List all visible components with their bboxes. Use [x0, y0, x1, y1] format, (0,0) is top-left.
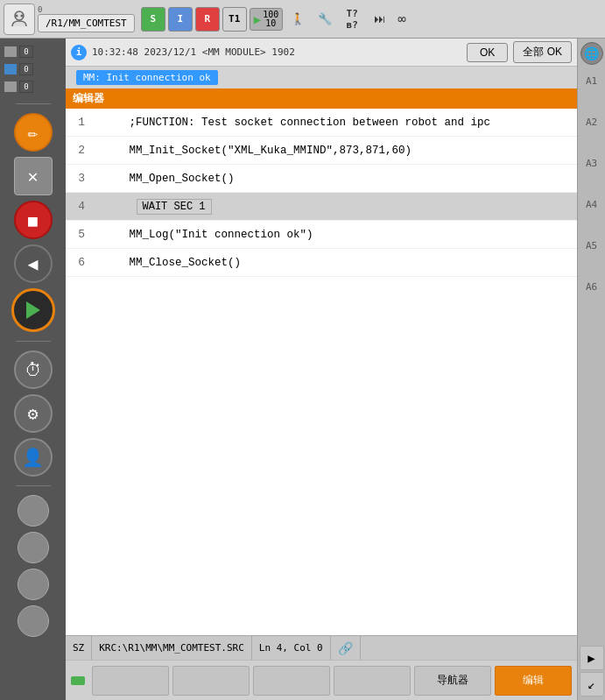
sidebar-divider-3 [16, 485, 51, 486]
person-btn[interactable]: 👤 [14, 438, 53, 477]
person-icon: 👤 [22, 447, 44, 468]
line-code-2: MM_Init_Socket("XML_Kuka_MMIND",873,871,… [92, 145, 412, 157]
line-num-5: 5 [66, 228, 92, 241]
stop-icon: ■ [28, 211, 38, 230]
code-line-3: 3 MM_Open_Socket() [66, 165, 577, 193]
a5-label: A5 [586, 240, 597, 251]
line-num-1: 1 [66, 116, 92, 129]
small-circle-3[interactable] [18, 569, 49, 600]
edit-btn[interactable]: 编辑 [495, 666, 572, 696]
bottom-btn-4[interactable] [334, 666, 411, 696]
ind-box-gray-1 [4, 46, 18, 58]
line-code-1: ;FUNCTION: Test socket connection betwee… [92, 117, 490, 129]
ind-box-gray-2 [4, 81, 18, 93]
btn-s[interactable]: S [141, 7, 165, 32]
ok-all-button[interactable]: 全部 OK [513, 41, 572, 63]
code-line-6: 6 MM_Close_Socket() [66, 249, 577, 277]
ind-num-2: 0 [19, 63, 33, 75]
ind-num-3: 0 [19, 81, 33, 93]
indicator-row-3: 0 [2, 79, 66, 95]
play-btn[interactable] [11, 288, 55, 332]
path-label: /R1/MM_COMTEST [38, 14, 135, 32]
left-sidebar: 0 0 0 ✏ ✕ ■ ◀ [0, 39, 66, 700]
skip-icon-btn[interactable]: ⏭ [367, 7, 391, 32]
ok-button[interactable]: OK [467, 43, 508, 62]
down-arrow-btn[interactable]: ↙ [580, 672, 604, 696]
bottom-btn-3[interactable] [253, 666, 330, 696]
sidebar-divider-2 [16, 341, 51, 342]
notification-bar: i 10:32:48 2023/12/1 <MM MODULE> 1902 OK… [66, 39, 577, 67]
close-btn[interactable]: ✕ [14, 157, 53, 195]
navigator-btn[interactable]: 导航器 [414, 666, 491, 696]
a2-label: A2 [586, 117, 597, 128]
code-editor[interactable]: 1 ;FUNCTION: Test socket connection betw… [66, 109, 577, 635]
small-circle-1[interactable] [18, 495, 49, 527]
info-icon: i [71, 45, 87, 60]
code-line-4: 4 WAIT SEC 1 [66, 193, 577, 221]
line-num-4: 4 [66, 200, 92, 213]
small-circle-2[interactable] [18, 532, 49, 563]
btn-t1[interactable]: T1 [222, 7, 247, 32]
question-icon-btn[interactable]: T?в? [340, 7, 364, 32]
status-cursor: Ln 4, Col 0 [252, 636, 331, 660]
line-code-3: MM_Open_Socket() [92, 173, 235, 185]
status-bar: SZ KRC:\R1\MM\MM_COMTEST.SRC Ln 4, Col 0… [66, 635, 577, 660]
top-bar: 0 /R1/MM_COMTEST S I R T1 ▶ 100 10 🚶 🔧 T… [0, 0, 605, 39]
tool-icon-btn[interactable]: 🔧 [313, 7, 337, 32]
status-sz: SZ [66, 636, 92, 660]
status-tag: MM: Init connection ok [76, 70, 218, 85]
globe-icon-btn[interactable]: 🌐 [580, 42, 603, 65]
link-icon: 🔗 [338, 641, 353, 655]
line-code-6: MM_Close_Socket() [92, 257, 241, 269]
svg-point-1 [16, 14, 18, 17]
bottom-btn-1[interactable] [92, 666, 169, 696]
line-code-5: MM_Log("Init connection ok") [92, 229, 313, 241]
content-area: i 10:32:48 2023/12/1 <MM MODULE> 1902 OK… [66, 39, 577, 700]
code-line-1: 1 ;FUNCTION: Test socket connection betw… [66, 109, 577, 137]
a4-label: A4 [586, 199, 597, 210]
close-icon: ✕ [27, 166, 38, 187]
indicator-row-1: 0 [2, 44, 66, 60]
walk-icon-btn[interactable]: 🚶 [285, 7, 310, 32]
infinity-btn[interactable]: ∞ [394, 11, 410, 27]
speed-sub: 10 [265, 19, 276, 28]
gear-btn[interactable]: ⚙ [14, 394, 53, 433]
btn-r[interactable]: R [195, 7, 220, 32]
clock-icon: ⏱ [25, 359, 42, 380]
stop-btn[interactable]: ■ [14, 201, 53, 239]
line-num-6: 6 [66, 256, 92, 269]
code-line-2: 2 MM_Init_Socket("XML_Kuka_MMIND",873,87… [66, 137, 577, 165]
play-speed-group: ▶ 100 10 [250, 8, 284, 31]
wait-badge: WAIT SEC 1 [137, 199, 212, 215]
play-icon: ▶ [254, 12, 261, 26]
green-indicator [71, 676, 85, 685]
sidebar-divider-1 [16, 103, 51, 104]
robot-icon-btn[interactable] [4, 4, 35, 35]
a1-label: A1 [586, 75, 597, 87]
status-filepath: KRC:\R1\MM\MM_COMTEST.SRC [92, 636, 252, 660]
line-code-4 [92, 201, 130, 213]
a6-label: A6 [586, 281, 597, 293]
main-layout: 0 0 0 ✏ ✕ ■ ◀ [0, 39, 605, 700]
right-panel: 🌐 A1 A2 A3 A4 A5 A6 ▶ ↙ [577, 39, 605, 700]
small-circle-4[interactable] [18, 605, 49, 637]
speed-val: 100 [263, 11, 278, 19]
status-link: 🔗 [331, 636, 361, 660]
notification-text: 10:32:48 2023/12/1 <MM MODULE> 1902 [92, 46, 461, 58]
back-btn[interactable]: ◀ [14, 244, 53, 283]
svg-point-2 [21, 14, 24, 17]
pencil-btn[interactable]: ✏ [14, 113, 53, 152]
ind-box-blue [4, 63, 18, 75]
back-icon: ◀ [27, 253, 38, 274]
btn-i[interactable]: I [168, 7, 193, 32]
clock-btn[interactable]: ⏱ [14, 350, 53, 389]
play-triangle-icon [26, 301, 40, 319]
pencil-icon: ✏ [27, 122, 38, 143]
gear-icon: ⚙ [27, 403, 38, 424]
bottom-btn-2[interactable] [172, 666, 250, 696]
right-arrow-btn[interactable]: ▶ [580, 646, 604, 670]
indicator-strip: 0 0 0 [0, 44, 66, 95]
path-line1: 0 [38, 5, 135, 15]
bottom-toolbar: 导航器 编辑 [66, 660, 577, 700]
a3-label: A3 [586, 158, 597, 169]
